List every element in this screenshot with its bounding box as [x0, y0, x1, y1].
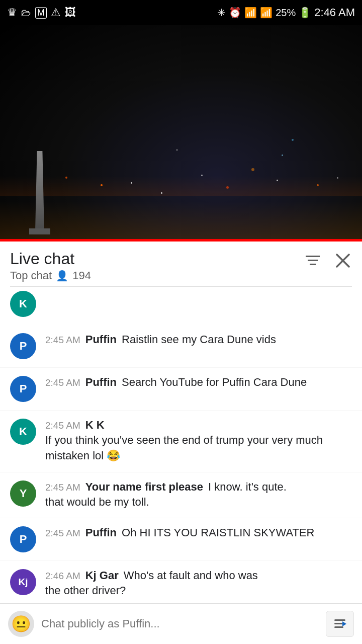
wifi-icon: 📶 — [244, 7, 257, 19]
filter-button[interactable] — [304, 252, 322, 270]
status-bar: ♛ 🗁 M ⚠ 🖼 ✳ ⏰ 📶 📶 25% 🔋 2:46 AM — [0, 0, 362, 25]
message-author: K K — [85, 419, 105, 432]
send-icon — [332, 616, 347, 631]
message-meta: 2:46 AM Kj Gar Who's at fault and who wa… — [45, 569, 352, 582]
crown-icon: ♛ — [7, 6, 17, 19]
folder-icon: 🗁 — [21, 7, 31, 19]
image-icon: 🖼 — [65, 6, 76, 19]
list-item: P 2:45 AM Puffin Oh HI ITS YOU RAISTLIN … — [0, 518, 362, 561]
message-content: 2:45 AM Your name first please I know. i… — [45, 480, 352, 510]
avatar: Y — [10, 480, 36, 507]
message-text: Search YouTube for Puffin Cara Dune — [122, 376, 307, 389]
alarm-icon: ⏰ — [229, 7, 241, 19]
chat-subtitle: Top chat 👤 194 — [10, 269, 91, 282]
message-author: Puffin — [85, 333, 117, 346]
message-author: Puffin — [85, 526, 117, 539]
message-text: Oh HI ITS YOU RAISTLIN SKYWATER — [122, 526, 314, 539]
list-item: P 2:45 AM Puffin Raistlin see my Cara Du… — [0, 325, 362, 368]
message-time: 2:45 AM — [45, 482, 80, 493]
message-time: 2:45 AM — [45, 377, 80, 388]
status-time: 2:46 AM — [314, 6, 355, 19]
chat-header: Live chat Top chat 👤 194 — [0, 242, 362, 286]
emoji-icon: 😐 — [11, 614, 31, 633]
viewer-count: 194 — [72, 269, 91, 282]
chat-input[interactable] — [41, 611, 319, 637]
svg-rect-2 — [310, 264, 316, 265]
chat-panel: Live chat Top chat 👤 194 — [0, 242, 362, 644]
bluetooth-icon: ✳ — [217, 7, 226, 19]
message-meta: 2:45 AM Puffin Oh HI ITS YOU RAISTLIN SK… — [45, 526, 352, 539]
message-meta: 2:45 AM Your name first please I know. i… — [45, 480, 352, 494]
list-item: Y 2:45 AM Your name first please I know.… — [0, 472, 362, 519]
chat-header-left: Live chat Top chat 👤 194 — [10, 250, 91, 282]
svg-rect-1 — [308, 260, 318, 261]
message-text: Who's at fault and who was — [124, 569, 258, 582]
message-meta: 2:45 AM Puffin Search YouTube for Puffin… — [45, 376, 352, 389]
avatar: K — [10, 291, 36, 317]
message-content: 2:45 AM Puffin Raistlin see my Cara Dune… — [45, 333, 352, 346]
message-author: Puffin — [85, 376, 117, 389]
message-content: 2:45 AM Puffin Search YouTube for Puffin… — [45, 376, 352, 389]
filter-icon — [304, 252, 322, 270]
list-item: P 2:45 AM Puffin Search YouTube for Puff… — [0, 368, 362, 411]
list-item: Kj 2:46 AM Kj Gar Who's at fault and who… — [0, 561, 362, 607]
message-author: Your name first please — [85, 480, 203, 494]
battery-icon: 🔋 — [299, 7, 311, 19]
message-content: 2:45 AM K K If you think you've seen the… — [45, 419, 352, 464]
video-thumbnail — [35, 151, 44, 231]
message-meta: 2:45 AM Puffin Raistlin see my Cara Dune… — [45, 333, 352, 346]
chat-messages: K P 2:45 AM Puffin Raistlin see my Cara … — [0, 287, 362, 644]
close-icon — [334, 252, 352, 270]
avatar: Kj — [10, 569, 36, 595]
message-content: 2:45 AM Puffin Oh HI ITS YOU RAISTLIN SK… — [45, 526, 352, 539]
message-text: I know. it's qute. — [208, 480, 287, 494]
m-icon: M — [35, 7, 47, 19]
svg-rect-0 — [306, 256, 320, 257]
message-content: 2:46 AM Kj Gar Who's at fault and who wa… — [45, 569, 352, 599]
message-text-2: that would be my toll. — [45, 495, 352, 510]
avatar: P — [10, 526, 36, 552]
chat-message-partial: K — [0, 287, 362, 325]
video-player[interactable] — [0, 25, 362, 242]
svg-marker-8 — [342, 621, 346, 626]
chat-input-bar: 😐 — [0, 603, 362, 644]
message-author: Kj Gar — [85, 569, 119, 582]
signal-icon: 📶 — [260, 7, 273, 19]
message-text: If you think you've seen the end of trum… — [45, 433, 352, 464]
chat-header-right — [304, 252, 352, 270]
status-right-icons: ✳ ⏰ 📶 📶 25% 🔋 2:46 AM — [217, 6, 355, 19]
send-button[interactable] — [326, 611, 354, 637]
emoji-button[interactable]: 😐 — [8, 611, 34, 637]
message-meta: 2:45 AM K K — [45, 419, 352, 432]
message-text: Raistlin see my Cara Dune vids — [122, 333, 276, 346]
svg-rect-6 — [334, 623, 342, 624]
svg-rect-7 — [334, 626, 343, 628]
viewer-icon: 👤 — [56, 270, 68, 282]
chat-title: Live chat — [10, 250, 91, 268]
battery-level: 25% — [276, 7, 296, 19]
message-time: 2:45 AM — [45, 335, 80, 346]
message-content-partial — [45, 291, 352, 292]
message-text-2: the other driver? — [45, 583, 352, 599]
avatar: K — [10, 419, 36, 445]
warning-icon: ⚠ — [51, 6, 61, 19]
svg-rect-5 — [334, 619, 345, 621]
close-button[interactable] — [334, 252, 352, 270]
status-left-icons: ♛ 🗁 M ⚠ 🖼 — [7, 6, 76, 19]
message-time: 2:45 AM — [45, 528, 80, 539]
video-progress-bar[interactable] — [0, 239, 362, 242]
avatar: P — [10, 333, 36, 359]
avatar: P — [10, 376, 36, 402]
top-chat-label[interactable]: Top chat — [10, 269, 52, 282]
list-item: K 2:45 AM K K If you think you've seen t… — [0, 411, 362, 472]
message-time: 2:46 AM — [45, 571, 80, 582]
message-time: 2:45 AM — [45, 420, 80, 431]
